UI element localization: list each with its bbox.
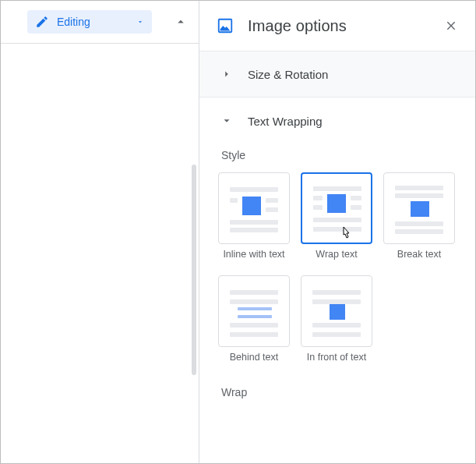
section-size-rotation[interactable]: Size & Rotation [199, 51, 476, 97]
close-panel-button[interactable] [440, 15, 462, 37]
style-option-break[interactable] [383, 172, 455, 244]
dropdown-caret-icon [136, 18, 144, 26]
style-heading: Style [199, 144, 476, 172]
section-title-size-rotation: Size & Rotation [248, 68, 328, 81]
document-area: Editing [1, 1, 199, 463]
pencil-icon [35, 15, 49, 29]
chevron-right-icon [221, 69, 232, 80]
style-option-inline[interactable] [218, 172, 290, 244]
collapse-toolbar-button[interactable] [169, 10, 192, 34]
style-caption: Break text [383, 249, 455, 260]
editing-mode-dropdown[interactable]: Editing [27, 10, 152, 34]
panel-header: Image options [199, 1, 476, 51]
scrollbar-thumb[interactable] [192, 165, 196, 375]
style-caption: Behind text [218, 352, 290, 363]
section-title-text-wrapping: Text Wrapping [248, 115, 323, 128]
style-caption: Wrap text [301, 249, 372, 260]
close-icon [445, 19, 457, 32]
toolbar-divider [1, 43, 199, 44]
style-caption: Inline with text [218, 249, 290, 260]
wrap-heading: Wrap [199, 378, 476, 398]
section-text-wrapping[interactable]: Text Wrapping [199, 97, 476, 144]
image-options-panel: Image options Size & Rotation Text Wrapp… [199, 1, 476, 463]
style-option-infront[interactable] [301, 275, 372, 347]
style-caption: In front of text [301, 352, 372, 363]
wrap-style-grid: Inline with text Wrap text [199, 172, 476, 374]
chevron-up-icon [174, 15, 188, 29]
style-option-wrap[interactable] [301, 172, 372, 244]
style-option-behind[interactable] [218, 275, 290, 347]
chevron-down-icon [221, 115, 232, 126]
panel-title: Image options [248, 17, 426, 35]
image-icon [217, 17, 234, 34]
editing-mode-label: Editing [57, 16, 129, 28]
